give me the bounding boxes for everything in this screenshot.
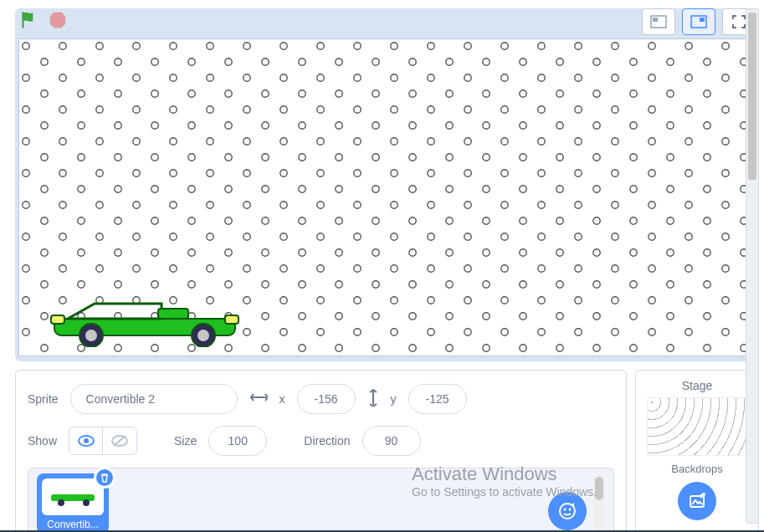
svg-rect-4 bbox=[700, 18, 705, 22]
delete-sprite-button[interactable] bbox=[94, 467, 115, 489]
sprite-label: Sprite bbox=[28, 392, 59, 406]
svg-rect-2 bbox=[653, 18, 658, 22]
green-flag-icon[interactable] bbox=[18, 9, 40, 34]
svg-rect-9 bbox=[158, 309, 188, 319]
svg-marker-0 bbox=[50, 13, 65, 28]
svg-point-27 bbox=[700, 495, 703, 498]
svg-rect-11 bbox=[225, 315, 238, 324]
backdrops-label: Backdrops bbox=[671, 463, 722, 475]
add-sprite-button[interactable] bbox=[548, 492, 587, 530]
direction-input[interactable]: 90 bbox=[362, 426, 421, 456]
large-stage-button[interactable] bbox=[682, 8, 715, 35]
sprite-thumbnail[interactable]: Convertib... bbox=[37, 473, 109, 532]
sprite-convertible[interactable] bbox=[44, 297, 245, 350]
hide-button[interactable] bbox=[103, 427, 136, 454]
svg-rect-10 bbox=[51, 315, 64, 324]
x-input[interactable]: -156 bbox=[297, 384, 356, 414]
sprite-list: Convertib... bbox=[28, 468, 614, 532]
size-input[interactable]: 100 bbox=[208, 426, 267, 456]
direction-label: Direction bbox=[304, 434, 350, 448]
sprite-panel: Sprite Convertible 2 x -156 y -125 Show … bbox=[15, 370, 627, 532]
size-label: Size bbox=[174, 434, 197, 448]
small-stage-button[interactable] bbox=[642, 8, 675, 35]
stage-title: Stage bbox=[682, 379, 713, 392]
svg-point-28 bbox=[703, 494, 705, 495]
info-row: Sprite Convertible 2 x -156 y -125 Show … bbox=[15, 370, 759, 532]
show-button[interactable] bbox=[69, 427, 103, 454]
stage-container bbox=[15, 35, 759, 361]
stage[interactable] bbox=[18, 38, 756, 356]
x-label: x bbox=[279, 392, 285, 406]
svg-point-17 bbox=[84, 438, 89, 443]
svg-point-21 bbox=[58, 499, 64, 506]
y-input[interactable]: -125 bbox=[408, 384, 467, 414]
stage-thumbnail[interactable] bbox=[647, 397, 747, 456]
show-label: Show bbox=[28, 434, 57, 448]
sprite-list-scrollbar[interactable] bbox=[593, 473, 605, 530]
svg-point-15 bbox=[197, 330, 209, 341]
x-axis-icon bbox=[249, 391, 268, 407]
visibility-toggle bbox=[69, 427, 137, 455]
stop-icon[interactable] bbox=[49, 11, 67, 33]
stage-toolbar bbox=[15, 8, 759, 35]
thumbnail-preview bbox=[42, 478, 104, 515]
y-axis-icon bbox=[367, 388, 379, 410]
sprite-name-input[interactable]: Convertible 2 bbox=[70, 384, 238, 414]
svg-point-22 bbox=[83, 499, 90, 506]
page-scrollbar[interactable] bbox=[746, 8, 759, 524]
stage-side-panel: Stage Backdrops bbox=[635, 370, 759, 532]
add-backdrop-button[interactable] bbox=[678, 482, 716, 520]
app-root: Sprite Convertible 2 x -156 y -125 Show … bbox=[0, 0, 764, 532]
thumbnail-label: Convertib... bbox=[42, 515, 104, 532]
svg-point-25 bbox=[569, 509, 572, 511]
y-label: y bbox=[391, 392, 397, 406]
svg-point-13 bbox=[85, 330, 97, 341]
main-column: Sprite Convertible 2 x -156 y -125 Show … bbox=[0, 0, 764, 532]
svg-point-24 bbox=[564, 509, 567, 511]
